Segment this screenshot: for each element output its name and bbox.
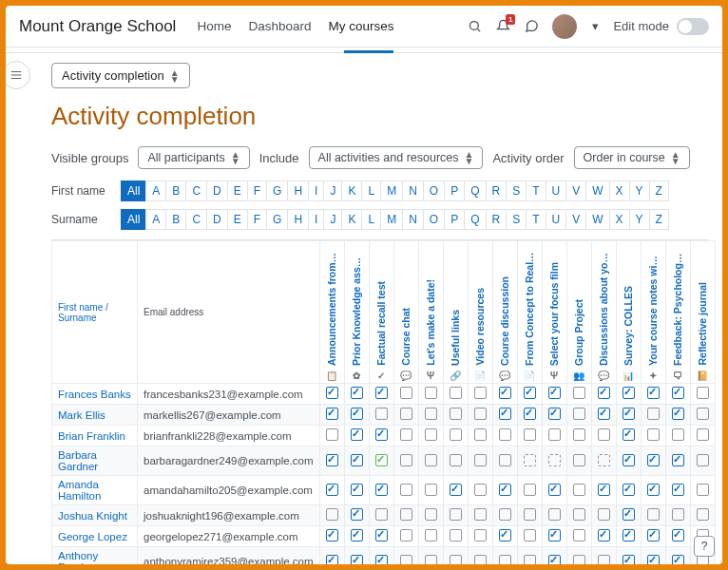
- completion-checkbox[interactable]: [647, 428, 660, 441]
- completion-cell[interactable]: [492, 426, 517, 446]
- completion-cell[interactable]: [665, 405, 690, 426]
- completion-checkbox[interactable]: [548, 454, 561, 466]
- completion-cell[interactable]: [591, 526, 616, 547]
- alpha-letter[interactable]: T: [526, 209, 546, 230]
- completion-cell[interactable]: [641, 405, 665, 426]
- completion-cell[interactable]: [542, 505, 566, 526]
- alpha-letter[interactable]: H: [287, 209, 309, 230]
- completion-checkbox[interactable]: [499, 555, 511, 565]
- completion-cell[interactable]: [468, 426, 492, 446]
- completion-cell[interactable]: [566, 547, 591, 565]
- completion-cell[interactable]: [665, 526, 690, 547]
- completion-checkbox[interactable]: [647, 408, 660, 420]
- alpha-letter[interactable]: M: [380, 209, 403, 230]
- completion-checkbox[interactable]: [400, 508, 412, 521]
- alpha-letter[interactable]: Z: [649, 209, 669, 230]
- completion-cell[interactable]: [468, 384, 492, 405]
- completion-checkbox[interactable]: [375, 508, 388, 521]
- completion-cell[interactable]: [468, 526, 492, 547]
- completion-checkbox[interactable]: [425, 555, 437, 565]
- completion-checkbox[interactable]: [598, 454, 610, 466]
- col-header-activity[interactable]: Video resources📄: [468, 241, 492, 384]
- col-header-activity[interactable]: Feedback: Psychology in ...🗨: [665, 241, 690, 384]
- completion-checkbox[interactable]: [573, 428, 585, 441]
- completion-checkbox[interactable]: [573, 454, 585, 466]
- completion-checkbox[interactable]: [548, 428, 561, 441]
- completion-cell[interactable]: [492, 526, 517, 547]
- completion-checkbox[interactable]: [524, 484, 536, 496]
- alpha-letter[interactable]: J: [323, 180, 342, 201]
- notifications-icon[interactable]: 1: [495, 19, 510, 34]
- completion-cell[interactable]: [443, 426, 468, 446]
- completion-cell[interactable]: [690, 426, 715, 446]
- completion-cell[interactable]: [517, 505, 542, 526]
- completion-cell[interactable]: [418, 547, 443, 565]
- completion-cell[interactable]: [468, 547, 492, 565]
- completion-cell[interactable]: [418, 384, 443, 405]
- completion-checkbox[interactable]: [647, 484, 660, 496]
- visible-groups-select[interactable]: All participants▲▼: [138, 146, 249, 169]
- nav-home[interactable]: Home: [197, 19, 231, 33]
- completion-cell[interactable]: [690, 476, 715, 505]
- completion-checkbox[interactable]: [326, 508, 338, 521]
- completion-cell[interactable]: [319, 547, 344, 565]
- completion-cell[interactable]: [641, 476, 665, 505]
- alpha-letter[interactable]: C: [185, 180, 207, 201]
- completion-checkbox[interactable]: [598, 508, 610, 521]
- completion-cell[interactable]: [542, 526, 566, 547]
- completion-cell[interactable]: [393, 547, 418, 565]
- completion-cell[interactable]: [369, 505, 393, 526]
- completion-checkbox[interactable]: [697, 508, 709, 521]
- completion-cell[interactable]: [566, 476, 591, 505]
- alpha-letter[interactable]: U: [546, 209, 567, 230]
- completion-checkbox[interactable]: [351, 508, 363, 521]
- completion-checkbox[interactable]: [474, 387, 487, 399]
- completion-cell[interactable]: [591, 476, 616, 505]
- completion-checkbox[interactable]: [351, 484, 363, 496]
- completion-cell[interactable]: [369, 547, 393, 565]
- completion-checkbox[interactable]: [647, 387, 660, 399]
- completion-checkbox[interactable]: [400, 454, 412, 466]
- completion-checkbox[interactable]: [425, 408, 437, 420]
- completion-checkbox[interactable]: [474, 508, 487, 521]
- completion-cell[interactable]: [665, 547, 690, 565]
- completion-checkbox[interactable]: [351, 555, 363, 565]
- completion-cell[interactable]: [393, 476, 418, 505]
- site-brand[interactable]: Mount Orange School: [19, 17, 176, 36]
- completion-cell[interactable]: [690, 405, 715, 426]
- completion-checkbox[interactable]: [375, 428, 388, 441]
- alpha-letter[interactable]: O: [423, 209, 445, 230]
- alpha-letter[interactable]: B: [165, 180, 186, 201]
- completion-checkbox[interactable]: [499, 484, 511, 496]
- completion-cell[interactable]: [492, 505, 517, 526]
- completion-cell[interactable]: [641, 446, 665, 476]
- alpha-letter[interactable]: X: [609, 209, 630, 230]
- alpha-letter[interactable]: I: [308, 209, 324, 230]
- completion-cell[interactable]: [566, 384, 591, 405]
- completion-checkbox[interactable]: [450, 484, 462, 496]
- col-header-activity[interactable]: Group Project👥: [566, 241, 591, 384]
- alpha-letter[interactable]: D: [206, 180, 228, 201]
- completion-checkbox[interactable]: [474, 484, 487, 496]
- completion-cell[interactable]: [443, 384, 468, 405]
- toggle-switch[interactable]: [677, 18, 709, 35]
- student-name-link[interactable]: Brian Franklin: [58, 430, 125, 442]
- completion-cell[interactable]: [616, 547, 641, 565]
- completion-checkbox[interactable]: [573, 408, 585, 420]
- completion-cell[interactable]: [369, 384, 393, 405]
- completion-cell[interactable]: [319, 384, 344, 405]
- alpha-letter[interactable]: N: [402, 209, 424, 230]
- completion-checkbox[interactable]: [499, 408, 511, 420]
- completion-checkbox[interactable]: [400, 428, 412, 441]
- completion-cell[interactable]: [542, 547, 566, 565]
- student-name-link[interactable]: Amanda Hamilton: [58, 479, 101, 502]
- completion-cell[interactable]: [319, 446, 344, 476]
- col-header-activity[interactable]: From Concept to Reality:...📄: [517, 241, 542, 384]
- completion-checkbox[interactable]: [623, 387, 635, 399]
- completion-checkbox[interactable]: [524, 529, 536, 542]
- completion-cell[interactable]: [616, 476, 641, 505]
- completion-cell[interactable]: [690, 384, 715, 405]
- completion-checkbox[interactable]: [326, 454, 338, 466]
- alpha-letter[interactable]: S: [506, 180, 527, 201]
- completion-checkbox[interactable]: [400, 529, 412, 542]
